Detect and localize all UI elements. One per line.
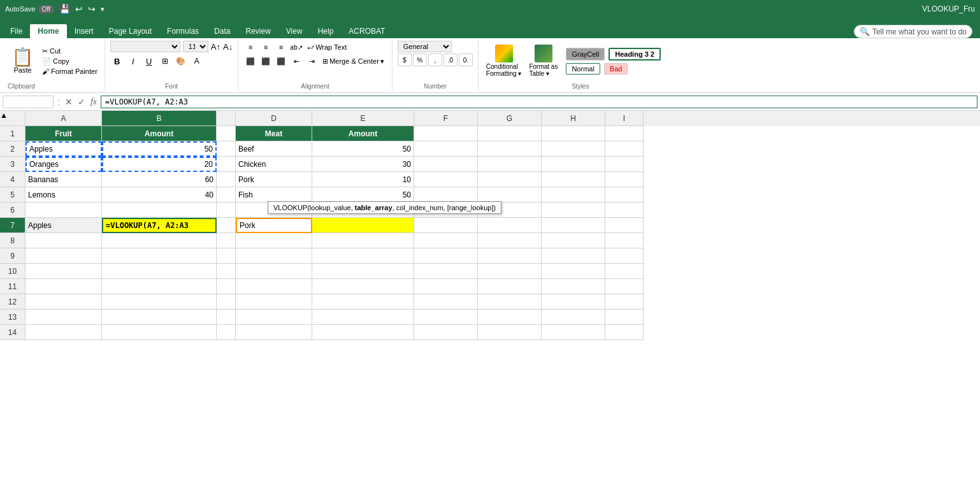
align-center-button[interactable]: ⬛ [259,55,273,68]
copy-button[interactable]: 📄 Copy [40,57,99,66]
cell-c11[interactable] [217,279,236,294]
row-header-5[interactable]: 5 [0,187,25,203]
font-grow-icon[interactable]: A↑ [211,42,220,52]
cell-e2[interactable]: 50 [312,141,414,157]
tab-data[interactable]: Data [206,24,238,38]
cell-e12[interactable] [312,294,414,310]
cell-e1[interactable]: Amount [312,126,414,141]
cell-h9[interactable] [542,248,605,264]
row-header-1[interactable]: 1 [0,126,25,141]
redo-icon[interactable]: ↪ [88,4,96,14]
cell-e14[interactable] [312,325,414,340]
font-name-select[interactable] [110,41,180,52]
accounting-format-button[interactable]: $ [398,54,412,66]
align-right-button[interactable]: ⬛ [274,55,288,68]
confirm-formula-icon[interactable]: ✓ [76,96,87,108]
autosave-control[interactable]: AutoSave Off [5,5,54,13]
cell-g9[interactable] [478,248,542,264]
cell-h3[interactable] [542,157,605,172]
tab-view[interactable]: View [278,24,310,38]
cell-a1[interactable]: Fruit [25,126,102,141]
cell-c2[interactable] [217,141,236,157]
format-as-table-button[interactable]: Format asTable ▾ [526,43,560,78]
format-painter-button[interactable]: 🖌 Format Painter [40,67,99,76]
row-header-12[interactable]: 12 [0,294,25,310]
col-header-i[interactable]: I [605,111,644,126]
cell-g4[interactable] [478,172,542,187]
customize-qat-icon[interactable]: ▾ [101,5,104,13]
col-header-g[interactable]: G [478,111,542,126]
cell-g13[interactable] [478,310,542,325]
cell-g1[interactable] [478,126,542,141]
cell-i1[interactable] [605,126,644,141]
cell-b14[interactable] [102,325,217,340]
cell-i4[interactable] [605,172,644,187]
cell-h10[interactable] [542,264,605,279]
row-header-14[interactable]: 14 [0,325,25,340]
cell-h1[interactable] [542,126,605,141]
cell-c3[interactable] [217,157,236,172]
insert-function-icon[interactable]: fx [89,96,98,108]
row-header-9[interactable]: 9 [0,248,25,264]
cell-d4[interactable]: Pork [236,172,312,187]
cell-a11[interactable] [25,279,102,294]
number-format-select[interactable]: General [398,41,452,52]
italic-button[interactable]: I [126,54,140,68]
cell-i5[interactable] [605,187,644,203]
cell-a14[interactable] [25,325,102,340]
cell-b8[interactable] [102,233,217,248]
paste-button[interactable]: 📋 Paste [8,47,38,75]
cell-e3[interactable]: 30 [312,157,414,172]
increase-indent-button[interactable]: ⇥ [305,55,319,68]
cell-d9[interactable] [236,248,312,264]
cell-f4[interactable] [414,172,478,187]
cell-h12[interactable] [542,294,605,310]
tab-review[interactable]: Review [238,24,278,38]
cell-c6[interactable] [217,203,236,218]
cell-h4[interactable] [542,172,605,187]
cell-i11[interactable] [605,279,644,294]
row-header-13[interactable]: 13 [0,310,25,325]
cell-e9[interactable] [312,248,414,264]
cell-f5[interactable] [414,187,478,203]
row-header-10[interactable]: 10 [0,264,25,279]
cell-h8[interactable] [542,233,605,248]
normal-style[interactable]: Normal [566,63,600,75]
cell-c10[interactable] [217,264,236,279]
conditional-formatting-button[interactable]: ConditionalFormatting ▾ [484,43,524,78]
percent-button[interactable]: % [413,54,427,66]
cell-d8[interactable] [236,233,312,248]
cell-d12[interactable] [236,294,312,310]
cell-f3[interactable] [414,157,478,172]
merge-center-button[interactable]: ⊞ Merge & Center ▾ [320,55,387,68]
align-left-button[interactable]: ⬛ [243,55,257,68]
font-shrink-icon[interactable]: A↓ [223,42,233,52]
cell-g10[interactable] [478,264,542,279]
cell-c9[interactable] [217,248,236,264]
cell-e10[interactable] [312,264,414,279]
tell-me-search[interactable]: 🔍 Tell me what you want to do [854,25,972,38]
bold-button[interactable]: B [110,54,124,68]
tab-acrobat[interactable]: ACROBAT [341,24,393,38]
cell-b12[interactable] [102,294,217,310]
borders-button[interactable]: ⊞ [158,54,172,68]
decrease-indent-button[interactable]: ⇤ [289,55,303,68]
col-header-c[interactable] [217,111,236,126]
cell-b13[interactable] [102,310,217,325]
cell-f9[interactable] [414,248,478,264]
cell-i3[interactable] [605,157,644,172]
row-header-7[interactable]: 7 [0,218,25,233]
cell-b6[interactable] [102,203,217,218]
cell-i8[interactable] [605,233,644,248]
cell-d7[interactable]: Pork [236,218,312,233]
cell-d2[interactable]: Beef [236,141,312,157]
underline-button[interactable]: U [142,54,156,68]
cell-e8[interactable] [312,233,414,248]
col-header-f[interactable]: F [414,111,478,126]
row-header-2[interactable]: 2 [0,141,25,157]
cell-f10[interactable] [414,264,478,279]
col-header-b[interactable]: B [102,111,217,126]
cancel-formula-icon[interactable]: ✕ [64,96,74,108]
cell-g5[interactable] [478,187,542,203]
cell-e7[interactable] [312,218,414,233]
